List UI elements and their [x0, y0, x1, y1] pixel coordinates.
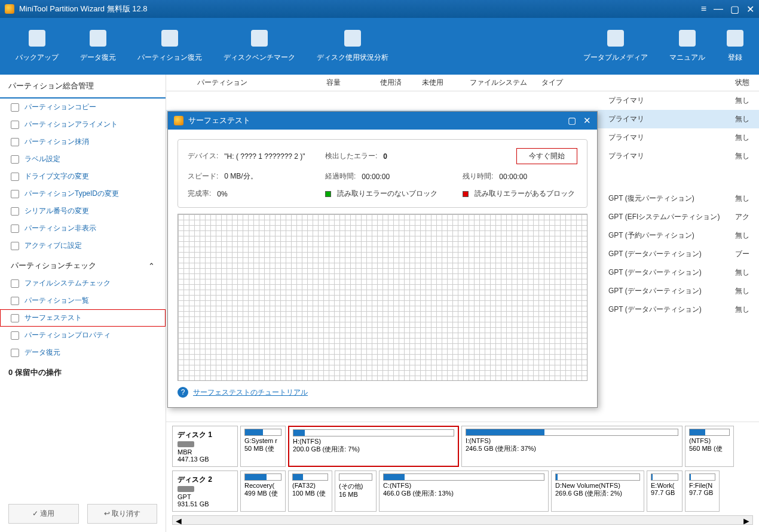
usage-bar: [689, 429, 730, 436]
sidebar-item[interactable]: サーフェステスト: [0, 309, 166, 327]
sidebar-group-check[interactable]: パーティションチェック⌃: [0, 254, 166, 275]
block-grid: [177, 214, 587, 381]
partition-recover-button[interactable]: パーティション復元: [127, 18, 213, 75]
disk-partition[interactable]: (NTFS)560 MB (使: [685, 426, 734, 467]
toolbar: バックアップ データ復元 パーティション復元 ディスクベンチマーク ディスク使用…: [0, 18, 759, 75]
disk-partition[interactable]: D:New Volume(NTFS)269.6 GB (使用済: 2%): [551, 471, 644, 512]
errors-label: 検出したエラー:: [325, 151, 377, 161]
book-icon: [679, 30, 696, 47]
disk-partition[interactable]: F:File(N97.7 GB: [685, 471, 720, 512]
status-cell: 無し: [730, 305, 759, 315]
dialog-title: サーフェステスト: [188, 115, 561, 126]
apply-button[interactable]: ✓ 適用: [8, 504, 79, 524]
disk-partition[interactable]: (FAT32)100 MB (使: [288, 471, 332, 512]
sidebar-item[interactable]: パーティションTypeIDの変更: [0, 185, 166, 202]
benchmark-button[interactable]: ディスクベンチマーク: [213, 18, 306, 75]
sidebar-item-label: パーティション一覧: [25, 296, 89, 306]
disk-partition[interactable]: G:System r50 MB (使: [240, 426, 286, 467]
usage-bar: [555, 473, 640, 481]
minimize-icon[interactable]: —: [714, 4, 723, 15]
data-recover-button[interactable]: データ復元: [69, 18, 127, 75]
type-cell: プライマリ: [190, 96, 730, 106]
sidebar-item[interactable]: ファイルシステムチェック: [0, 275, 166, 292]
sidebar-item[interactable]: ドライブ文字の変更: [0, 168, 166, 185]
usage-bar: [293, 429, 454, 436]
manual-button[interactable]: マニュアル: [659, 18, 716, 75]
start-button[interactable]: 今すぐ開始: [516, 148, 577, 164]
sidebar-item-label: ファイルシステムチェック: [25, 278, 111, 288]
remain-label: 残り時間:: [463, 171, 493, 182]
sidebar-item-icon: [11, 190, 19, 198]
usage-bar: [689, 473, 715, 481]
table-row[interactable]: プライマリ無し: [166, 91, 759, 110]
dialog-close-icon[interactable]: ✕: [583, 115, 591, 125]
usage-bar: [244, 473, 281, 481]
sidebar: パーティション総合管理 パーティションコピーパーティションアライメントパーティシ…: [0, 75, 166, 532]
close-icon[interactable]: ✕: [746, 4, 754, 15]
device-value: "H: ( ???? 1 ??????? 2 )": [224, 152, 305, 161]
sidebar-item[interactable]: パーティション一覧: [0, 292, 166, 309]
recover-icon: [90, 30, 106, 47]
sidebar-item-label: パーティションTypeIDの変更: [25, 189, 119, 199]
sidebar-item-icon: [11, 138, 19, 146]
sidebar-item-label: パーティションプロパティ: [25, 330, 111, 340]
sidebar-item-label: アクティブに設定: [25, 241, 82, 251]
status-cell: 無し: [730, 193, 759, 204]
user-plus-icon: [727, 30, 743, 47]
disk-label[interactable]: ディスク 1MBR447.13 GB: [172, 426, 238, 467]
sidebar-item-icon: [11, 279, 19, 288]
backup-button[interactable]: バックアップ: [5, 18, 69, 75]
disk-bar: ディスク 1MBR447.13 GBG:System r50 MB (使H:(N…: [172, 426, 753, 467]
sidebar-item[interactable]: ラベル設定: [0, 150, 166, 168]
sidebar-item[interactable]: パーティション非表示: [0, 220, 166, 237]
disk-partition[interactable]: Recovery(499 MB (使: [240, 471, 286, 512]
horizontal-scrollbar[interactable]: ◄►: [172, 515, 753, 525]
disk-icon: [177, 441, 194, 447]
sidebar-item[interactable]: アクティブに設定: [0, 237, 166, 254]
disk-label[interactable]: ディスク 2GPT931.51 GB: [172, 471, 238, 512]
sidebar-item-icon: [11, 155, 19, 164]
bootable-button[interactable]: ブータブルメディア: [573, 18, 659, 75]
register-button[interactable]: 登録: [716, 18, 754, 75]
tutorial-link[interactable]: サーフェステストのチュートリアル: [193, 388, 308, 398]
complete-value: 0%: [217, 190, 227, 198]
sidebar-item[interactable]: パーティションコピー: [0, 99, 166, 116]
usage-button[interactable]: ディスク使用状況分析: [306, 18, 399, 75]
sidebar-item-icon: [11, 173, 19, 181]
dialog-maximize-icon[interactable]: ▢: [568, 115, 576, 125]
partrec-icon: [161, 30, 178, 47]
sidebar-item[interactable]: シリアル番号の変更: [0, 202, 166, 220]
sidebar-item-label: シリアル番号の変更: [25, 206, 89, 216]
dialog-titlebar[interactable]: サーフェステスト ▢✕: [168, 112, 597, 130]
sidebar-item[interactable]: データ復元: [0, 344, 166, 361]
usage-icon: [344, 30, 361, 47]
status-cell: 無し: [730, 267, 759, 278]
err-legend-icon: [463, 191, 469, 197]
sidebar-item-icon: [11, 225, 19, 233]
sidebar-tab[interactable]: パーティション総合管理: [0, 75, 166, 99]
sidebar-item[interactable]: パーティションプロパティ: [0, 327, 166, 344]
disk-area: ディスク 1MBR447.13 GBG:System r50 MB (使H:(N…: [166, 422, 759, 532]
disk-partition[interactable]: H:(NTFS)200.0 GB (使用済: 7%): [288, 426, 459, 467]
sidebar-item-label: データ復元: [25, 348, 60, 358]
elapsed-value: 00:00:00: [362, 173, 390, 181]
undo-button[interactable]: ↩ 取り消す: [87, 504, 158, 524]
disk-partition[interactable]: E:Work(97.7 GB: [647, 471, 683, 512]
sidebar-item-icon: [11, 331, 19, 340]
maximize-icon[interactable]: ▢: [730, 4, 739, 15]
disk-partition[interactable]: (その他)16 MB: [335, 471, 377, 512]
menu-icon[interactable]: ≡: [701, 4, 706, 15]
sidebar-item[interactable]: パーティションアライメント: [0, 116, 166, 133]
app-icon: [5, 4, 14, 14]
speed-label: スピード:: [188, 171, 218, 182]
ok-block-label: 読み取りエラーのないブロック: [337, 189, 437, 199]
status-cell: 無し: [730, 151, 759, 161]
status-cell: 無し: [730, 133, 759, 143]
disk-partition[interactable]: I:(NTFS)246.5 GB (使用済: 37%): [461, 426, 683, 467]
usb-icon: [607, 30, 624, 47]
status-cell: 無し: [730, 114, 759, 124]
status-cell: 無し: [730, 286, 759, 296]
disk-partition[interactable]: C:(NTFS)466.0 GB (使用済: 13%): [379, 471, 549, 512]
elapsed-label: 経過時間:: [325, 171, 356, 182]
sidebar-item[interactable]: パーティション抹消: [0, 133, 166, 150]
